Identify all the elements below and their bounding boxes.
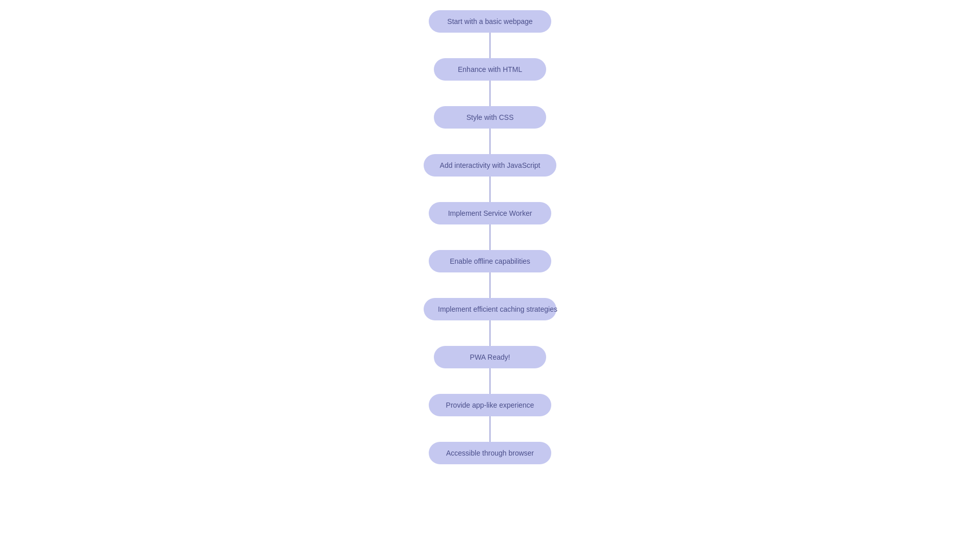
node-css: Style with CSS <box>434 106 546 129</box>
node-app-like: Provide app-like experience <box>429 394 551 416</box>
connector-9 <box>489 416 491 442</box>
node-offline: Enable offline capabilities <box>429 250 551 272</box>
node-sw: Implement Service Worker <box>429 202 551 224</box>
node-js: Add interactivity with JavaScript <box>424 154 556 177</box>
connector-5 <box>489 224 491 250</box>
connector-4 <box>489 177 491 202</box>
flowchart-container: Start with a basic webpage Enhance with … <box>388 0 592 485</box>
connector-7 <box>489 320 491 346</box>
connector-8 <box>489 368 491 394</box>
node-pwa: PWA Ready! <box>434 346 546 368</box>
node-browser: Accessible through browser <box>429 442 551 464</box>
connector-2 <box>489 81 491 106</box>
node-start: Start with a basic webpage <box>429 10 551 33</box>
connector-3 <box>489 129 491 154</box>
node-html: Enhance with HTML <box>434 58 546 81</box>
connector-6 <box>489 272 491 298</box>
connector-1 <box>489 33 491 58</box>
node-caching: Implement efficient caching strategies <box>424 298 556 320</box>
